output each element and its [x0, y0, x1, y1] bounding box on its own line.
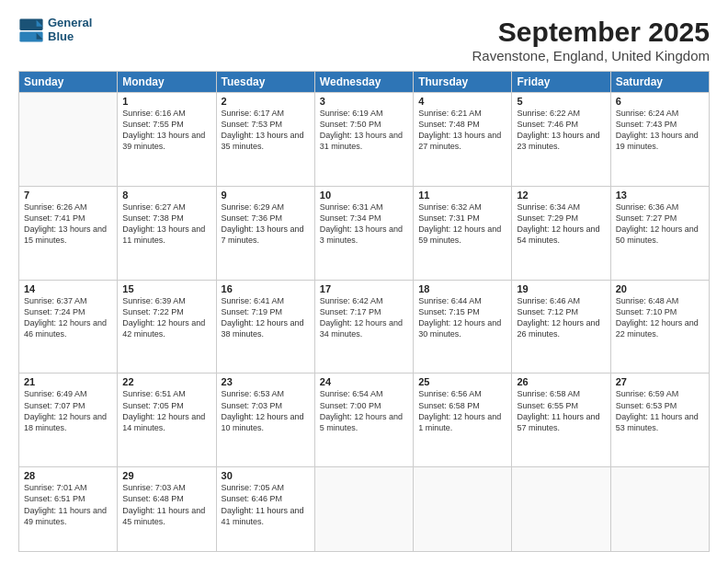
cell-sunrise: Sunrise: 7:01 AM — [24, 483, 87, 492]
date-number: 12 — [517, 190, 605, 201]
cell-daylight: Daylight: 12 hours and 10 minutes. — [222, 412, 304, 432]
cell-daylight: Daylight: 12 hours and 42 minutes. — [122, 318, 205, 339]
calendar-table: Sunday Monday Tuesday Wednesday Thursday… — [18, 71, 710, 552]
calendar-subtitle: Ravenstone, England, United Kingdom — [472, 48, 710, 63]
calendar-cell: 7 Sunrise: 6:26 AM Sunset: 7:41 PM Dayli… — [19, 186, 118, 280]
cell-sunset: Sunset: 7:31 PM — [418, 213, 480, 223]
cell-sunset: Sunset: 7:17 PM — [320, 307, 381, 316]
cell-sunset: Sunset: 6:53 PM — [616, 401, 677, 410]
date-number: 24 — [320, 376, 408, 387]
calendar-cell: 2 Sunrise: 6:17 AM Sunset: 7:53 PM Dayli… — [216, 93, 314, 187]
date-number: 3 — [320, 96, 408, 107]
cell-daylight: Daylight: 12 hours and 1 minute. — [418, 412, 501, 432]
cell-sunset: Sunset: 7:12 PM — [517, 307, 578, 316]
cell-sunrise: Sunrise: 6:53 AM — [222, 389, 285, 398]
calendar-cell: 13 Sunrise: 6:36 AM Sunset: 7:27 PM Dayl… — [610, 186, 709, 280]
calendar-cell: 25 Sunrise: 6:56 AM Sunset: 6:58 PM Dayl… — [414, 373, 512, 467]
logo: General Blue — [18, 17, 92, 44]
date-number: 21 — [24, 376, 112, 387]
date-number: 18 — [418, 283, 506, 294]
date-number: 5 — [517, 96, 605, 107]
cell-daylight: Daylight: 12 hours and 18 minutes. — [24, 412, 107, 432]
date-number: 25 — [418, 376, 506, 387]
cell-sunset: Sunset: 7:10 PM — [616, 307, 677, 316]
cell-sunrise: Sunrise: 7:05 AM — [222, 483, 285, 492]
date-number: 22 — [122, 376, 210, 387]
cell-sunrise: Sunrise: 6:56 AM — [418, 389, 482, 398]
cell-sunrise: Sunrise: 6:32 AM — [418, 202, 482, 212]
cell-sunset: Sunset: 6:55 PM — [517, 401, 578, 410]
cell-sunrise: Sunrise: 6:21 AM — [418, 109, 482, 118]
cell-sunrise: Sunrise: 6:46 AM — [517, 296, 580, 305]
calendar-cell: 23 Sunrise: 6:53 AM Sunset: 7:03 PM Dayl… — [216, 373, 314, 467]
date-number: 29 — [122, 470, 210, 481]
calendar-week-3: 21 Sunrise: 6:49 AM Sunset: 7:07 PM Dayl… — [19, 373, 710, 467]
cell-daylight: Daylight: 11 hours and 49 minutes. — [24, 506, 107, 526]
cell-daylight: Daylight: 11 hours and 57 minutes. — [517, 412, 599, 432]
date-number: 17 — [320, 283, 408, 294]
cell-sunrise: Sunrise: 6:42 AM — [320, 296, 383, 305]
cell-daylight: Daylight: 12 hours and 14 minutes. — [122, 412, 205, 432]
cell-sunset: Sunset: 7:03 PM — [222, 401, 283, 410]
cell-daylight: Daylight: 12 hours and 34 minutes. — [320, 318, 403, 339]
date-number: 6 — [616, 96, 704, 107]
cell-daylight: Daylight: 12 hours and 54 minutes. — [517, 224, 599, 245]
calendar-cell — [19, 93, 118, 187]
cell-sunset: Sunset: 7:34 PM — [320, 213, 381, 223]
date-number: 15 — [122, 283, 210, 294]
date-number: 1 — [122, 96, 210, 107]
calendar-cell: 3 Sunrise: 6:19 AM Sunset: 7:50 PM Dayli… — [314, 93, 413, 187]
day-header-row: Sunday Monday Tuesday Wednesday Thursday… — [19, 72, 710, 93]
cell-sunrise: Sunrise: 6:17 AM — [222, 109, 285, 118]
cell-sunset: Sunset: 7:07 PM — [24, 401, 85, 410]
cell-daylight: Daylight: 11 hours and 53 minutes. — [616, 412, 699, 432]
date-number: 20 — [616, 283, 704, 294]
calendar-cell: 21 Sunrise: 6:49 AM Sunset: 7:07 PM Dayl… — [19, 373, 118, 467]
logo-line1: General — [48, 17, 92, 30]
date-number: 8 — [122, 190, 210, 201]
cell-daylight: Daylight: 12 hours and 59 minutes. — [418, 224, 501, 245]
calendar-cell: 29 Sunrise: 7:03 AM Sunset: 6:48 PM Dayl… — [118, 467, 216, 552]
date-number: 9 — [222, 190, 310, 201]
calendar-cell: 1 Sunrise: 6:16 AM Sunset: 7:55 PM Dayli… — [118, 93, 216, 187]
calendar-cell: 15 Sunrise: 6:39 AM Sunset: 7:22 PM Dayl… — [118, 280, 216, 373]
date-number: 4 — [418, 96, 506, 107]
title-block: September 2025 Ravenstone, England, Unit… — [472, 17, 710, 63]
calendar-cell: 16 Sunrise: 6:41 AM Sunset: 7:19 PM Dayl… — [216, 280, 314, 373]
cell-sunset: Sunset: 7:48 PM — [418, 120, 480, 129]
cell-daylight: Daylight: 11 hours and 41 minutes. — [222, 506, 304, 526]
cell-sunset: Sunset: 7:29 PM — [517, 213, 578, 223]
cell-daylight: Daylight: 12 hours and 30 minutes. — [418, 318, 501, 339]
date-number: 16 — [222, 283, 310, 294]
cell-sunset: Sunset: 7:50 PM — [320, 120, 381, 129]
date-number: 10 — [320, 190, 408, 201]
cell-daylight: Daylight: 11 hours and 45 minutes. — [122, 506, 205, 526]
cell-sunrise: Sunrise: 6:37 AM — [24, 296, 87, 305]
date-number: 19 — [517, 283, 605, 294]
header-saturday: Saturday — [610, 72, 709, 93]
calendar-cell — [414, 467, 512, 552]
cell-sunset: Sunset: 7:27 PM — [616, 213, 677, 223]
cell-sunset: Sunset: 7:36 PM — [222, 213, 283, 223]
date-number: 27 — [616, 376, 704, 387]
header-tuesday: Tuesday — [216, 72, 314, 93]
cell-daylight: Daylight: 13 hours and 19 minutes. — [616, 131, 699, 151]
date-number: 23 — [222, 376, 310, 387]
calendar-week-0: 1 Sunrise: 6:16 AM Sunset: 7:55 PM Dayli… — [19, 93, 710, 187]
calendar-week-1: 7 Sunrise: 6:26 AM Sunset: 7:41 PM Dayli… — [19, 186, 710, 280]
cell-daylight: Daylight: 13 hours and 7 minutes. — [222, 224, 304, 245]
calendar-cell: 24 Sunrise: 6:54 AM Sunset: 7:00 PM Dayl… — [314, 373, 413, 467]
calendar-cell — [314, 467, 413, 552]
cell-sunrise: Sunrise: 6:19 AM — [320, 109, 383, 118]
cell-daylight: Daylight: 12 hours and 26 minutes. — [517, 318, 599, 339]
cell-sunset: Sunset: 7:00 PM — [320, 401, 381, 410]
calendar-cell: 9 Sunrise: 6:29 AM Sunset: 7:36 PM Dayli… — [216, 186, 314, 280]
cell-sunrise: Sunrise: 6:22 AM — [517, 109, 580, 118]
page: General Blue September 2025 Ravenstone, … — [0, 0, 728, 563]
cell-sunset: Sunset: 7:22 PM — [122, 307, 184, 316]
cell-daylight: Daylight: 13 hours and 35 minutes. — [222, 131, 304, 151]
date-number: 26 — [517, 376, 605, 387]
date-number: 28 — [24, 470, 112, 481]
calendar-cell — [512, 467, 610, 552]
calendar-cell: 22 Sunrise: 6:51 AM Sunset: 7:05 PM Dayl… — [118, 373, 216, 467]
